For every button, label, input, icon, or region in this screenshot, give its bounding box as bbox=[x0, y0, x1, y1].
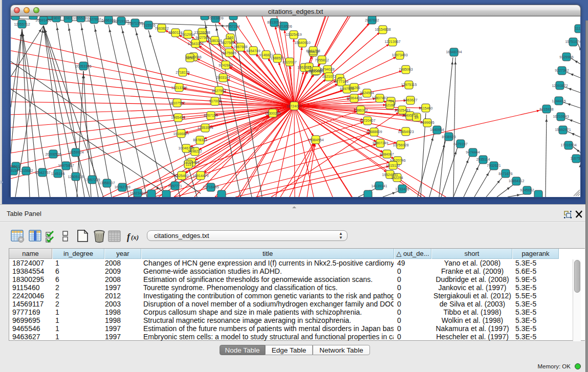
svg-text:9227342: 9227342 bbox=[555, 69, 569, 72]
svg-text:1588520: 1588520 bbox=[270, 56, 284, 60]
svg-text:9890: 9890 bbox=[186, 56, 194, 60]
svg-text:7625402: 7625402 bbox=[175, 174, 188, 178]
svg-text:19654923: 19654923 bbox=[398, 130, 413, 134]
svg-text:15640910: 15640910 bbox=[294, 41, 310, 45]
svg-text:7485063: 7485063 bbox=[399, 68, 412, 71]
svg-text:15692971: 15692971 bbox=[555, 128, 571, 132]
svg-text:9657771: 9657771 bbox=[168, 184, 182, 188]
svg-text:6794028: 6794028 bbox=[320, 68, 334, 71]
svg-text:8427552: 8427552 bbox=[212, 89, 226, 93]
svg-text:62160: 62160 bbox=[385, 103, 395, 107]
svg-text:18724007: 18724007 bbox=[286, 104, 302, 108]
svg-text:7955812: 7955812 bbox=[315, 58, 329, 62]
svg-text:13325419: 13325419 bbox=[286, 33, 301, 36]
svg-text:8912954: 8912954 bbox=[181, 33, 194, 36]
svg-text:7932621: 7932621 bbox=[487, 164, 500, 167]
svg-text:12055712: 12055712 bbox=[14, 23, 30, 26]
svg-text:1215682: 1215682 bbox=[19, 169, 33, 172]
svg-text:19697: 19697 bbox=[51, 16, 61, 20]
svg-text:7663822: 7663822 bbox=[155, 27, 168, 30]
svg-text:8186328: 8186328 bbox=[208, 39, 222, 42]
svg-text:2935114: 2935114 bbox=[476, 158, 490, 161]
svg-text:1621072: 1621072 bbox=[322, 75, 336, 78]
svg-text:84: 84 bbox=[415, 116, 419, 119]
svg-text:8813054: 8813054 bbox=[267, 20, 281, 24]
svg-text:1733426: 1733426 bbox=[395, 187, 409, 191]
svg-text:39154: 39154 bbox=[11, 169, 18, 172]
svg-text:5675685: 5675685 bbox=[222, 51, 236, 55]
svg-text:2803144: 2803144 bbox=[216, 76, 230, 79]
svg-text:18807249: 18807249 bbox=[372, 141, 388, 145]
svg-text:12942757: 12942757 bbox=[34, 171, 50, 174]
svg-text:8322037: 8322037 bbox=[282, 60, 296, 64]
svg-text:19384554: 19384554 bbox=[308, 138, 323, 142]
svg-text:12505135: 12505135 bbox=[68, 175, 83, 179]
svg-text:18300295: 18300295 bbox=[265, 112, 280, 115]
svg-text:1965493: 1965493 bbox=[171, 116, 185, 119]
svg-text:9474444: 9474444 bbox=[466, 150, 480, 154]
svg-text:10756928: 10756928 bbox=[393, 143, 408, 147]
svg-text:9498222: 9498222 bbox=[188, 149, 202, 153]
svg-text:2867608: 2867608 bbox=[233, 45, 247, 49]
svg-text:20364436: 20364436 bbox=[346, 96, 362, 100]
svg-text:15720407: 15720407 bbox=[359, 119, 375, 122]
svg-text:9115460: 9115460 bbox=[419, 106, 433, 110]
svg-text:17016504: 17016504 bbox=[560, 143, 576, 147]
svg-text:7386372: 7386372 bbox=[354, 108, 367, 112]
svg-text:16914479: 16914479 bbox=[192, 174, 208, 178]
svg-text:10807487: 10807487 bbox=[372, 96, 387, 100]
svg-text:917006: 917006 bbox=[209, 99, 221, 103]
svg-text:1615132: 1615132 bbox=[386, 164, 400, 167]
svg-text:20053346: 20053346 bbox=[75, 64, 91, 68]
svg-text:252254: 252254 bbox=[391, 176, 403, 180]
svg-text:115: 115 bbox=[185, 163, 191, 166]
svg-text:11923448: 11923448 bbox=[130, 191, 146, 195]
svg-text:13958107: 13958107 bbox=[99, 181, 115, 185]
svg-text:20206536: 20206536 bbox=[45, 152, 61, 156]
svg-text:19166827: 19166827 bbox=[173, 132, 189, 136]
svg-text:8215938: 8215938 bbox=[539, 107, 553, 111]
svg-text:10671355: 10671355 bbox=[127, 21, 143, 25]
svg-text:9827508: 9827508 bbox=[221, 41, 234, 45]
svg-text:3624554: 3624554 bbox=[360, 91, 374, 95]
svg-text:12213967: 12213967 bbox=[384, 40, 400, 43]
svg-text:12213389: 12213389 bbox=[171, 86, 187, 90]
svg-text:12353594: 12353594 bbox=[197, 126, 213, 129]
svg-text:8501: 8501 bbox=[12, 165, 20, 168]
svg-text:19218506: 19218506 bbox=[276, 25, 292, 28]
svg-text:15751074: 15751074 bbox=[565, 40, 580, 43]
svg-text:1117: 1117 bbox=[575, 27, 580, 30]
svg-text:20691406: 20691406 bbox=[35, 18, 51, 22]
svg-text:9463627: 9463627 bbox=[403, 98, 417, 102]
svg-text:8471676: 8471676 bbox=[498, 172, 512, 176]
svg-text:10688609: 10688609 bbox=[366, 130, 382, 134]
svg-text:746266: 746266 bbox=[348, 86, 360, 90]
svg-text:1963: 1963 bbox=[64, 16, 72, 20]
svg-text:1527602: 1527602 bbox=[87, 17, 101, 21]
svg-text:7515526: 7515526 bbox=[141, 24, 155, 27]
svg-text:9699695: 9699695 bbox=[420, 121, 434, 124]
svg-text:10655287: 10655287 bbox=[73, 16, 89, 20]
svg-text:(x): (x) bbox=[131, 233, 139, 241]
svg-text:2687682: 2687682 bbox=[365, 18, 379, 22]
svg-text:6479197: 6479197 bbox=[453, 142, 467, 146]
svg-text:9084067: 9084067 bbox=[380, 152, 394, 156]
svg-text:2718176: 2718176 bbox=[176, 71, 189, 74]
svg-text:9245652: 9245652 bbox=[520, 188, 534, 192]
svg-text:6961758: 6961758 bbox=[306, 49, 320, 53]
svg-text:8267150: 8267150 bbox=[204, 114, 217, 117]
svg-text:12975115: 12975115 bbox=[401, 83, 417, 86]
svg-text:9777169: 9777169 bbox=[334, 80, 348, 83]
svg-text:1640954: 1640954 bbox=[430, 128, 444, 132]
svg-text:10025433: 10025433 bbox=[394, 108, 410, 112]
svg-text:10543362: 10543362 bbox=[187, 42, 203, 46]
svg-text:764: 764 bbox=[388, 99, 394, 103]
svg-text:10654112: 10654112 bbox=[509, 179, 525, 183]
svg-text:10975867: 10975867 bbox=[58, 164, 74, 167]
svg-text:7357224: 7357224 bbox=[226, 25, 239, 28]
svg-text:546: 546 bbox=[227, 36, 233, 39]
svg-text:14139141: 14139141 bbox=[371, 184, 387, 188]
svg-text:f: f bbox=[127, 232, 131, 242]
svg-text:15716485: 15716485 bbox=[203, 185, 219, 189]
svg-text:10120746: 10120746 bbox=[389, 159, 405, 162]
